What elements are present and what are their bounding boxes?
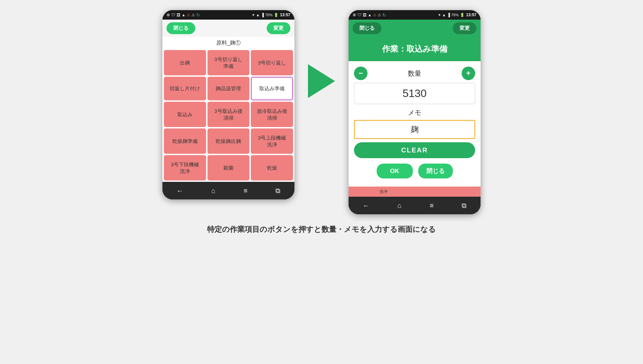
dialog-body: − 数量 + 5130 メモ CLEAR OK 閉じる <box>349 61 481 187</box>
warning2-icon-2: ⚠ <box>378 13 381 17</box>
wifi-icon-2: ▲ <box>442 13 446 17</box>
upload-icon: ▲ <box>182 13 185 17</box>
grid-item-7[interactable]: 取込み <box>164 102 206 127</box>
warning2-icon: ⚠ <box>192 13 195 17</box>
quantity-display: 5130 <box>354 83 475 104</box>
dialog-buttons: OK 閉じる <box>354 164 475 178</box>
bluetooth-icon: ✦ <box>252 13 255 17</box>
status-right-1: ✦ ▲ ▐ 76% 🔋 13:57 <box>252 13 290 17</box>
grid-item-10[interactable]: 乾燥麹準備 <box>164 128 206 154</box>
phone-screen2: ⊕ 🛡 🖼 ▲ ⚠ ⚠ ↻ ✦ ▲ ▐ 76% 🔋 13:57 閉じる 変更 <box>349 10 481 214</box>
footer-item-2 <box>446 189 450 195</box>
arrow-container <box>308 64 335 98</box>
status-right-2: ✦ ▲ ▐ 76% 🔋 13:57 <box>438 13 476 17</box>
memo-label: メモ <box>354 108 475 117</box>
grid-item-13[interactable]: 3号下段機械洗浄 <box>164 155 206 180</box>
back-nav-1[interactable]: ← <box>173 186 187 196</box>
warning-icon-2: ⚠ <box>373 13 376 17</box>
bluetooth-icon-2: ✦ <box>438 13 441 17</box>
top-bar-1: 閉じる 変更 <box>162 20 294 37</box>
dialog-footer: 洗浄 <box>349 187 481 197</box>
shield-icon: 🛡 <box>171 13 175 17</box>
wifi-icon: ▲ <box>256 13 260 17</box>
close-button-1[interactable]: 閉じる <box>167 22 195 34</box>
quantity-label: 数量 <box>368 69 462 78</box>
ok-button[interactable]: OK <box>377 164 413 178</box>
minus-button[interactable]: − <box>354 67 368 80</box>
screens-container: ⊕ 🛡 🖼 ▲ ⚠ ⚠ ↻ ✦ ▲ ▐ 76% 🔋 13:57 閉じる 変更 <box>162 10 481 214</box>
bottom-nav-2: ← ⌂ ≡ ⧉ <box>349 197 481 214</box>
time-1: 13:57 <box>280 13 290 17</box>
battery-icon-1: 🔋 <box>274 13 279 17</box>
close-button-2[interactable]: 閉じる <box>353 22 381 34</box>
back-nav-2[interactable]: ← <box>359 200 374 211</box>
quantity-row: − 数量 + <box>354 67 475 80</box>
time-2: 13:57 <box>466 13 476 17</box>
category-title: 原料_麹① <box>162 37 294 49</box>
warning-icon: ⚠ <box>187 13 190 17</box>
status-bar-1: ⊕ 🛡 🖼 ▲ ⚠ ⚠ ↻ ✦ ▲ ▐ 76% 🔋 13:57 <box>162 10 294 20</box>
menu-nav-2[interactable]: ≡ <box>426 200 438 211</box>
grid-item-9[interactable]: 放冷取込み後清掃 <box>251 102 293 127</box>
home-nav-1[interactable]: ⌂ <box>207 186 220 196</box>
signal-icon-2: ▐ <box>447 13 450 17</box>
dialog-close-button[interactable]: 閉じる <box>418 164 453 178</box>
copy-nav-2[interactable]: ⧉ <box>458 200 470 211</box>
home-nav-2[interactable]: ⌂ <box>394 200 406 211</box>
signal-icon: ▐ <box>261 13 264 17</box>
change-button-2[interactable]: 変更 <box>453 22 476 34</box>
grid-item-15[interactable]: 乾燥 <box>251 155 293 180</box>
upload-icon-2: ▲ <box>368 13 372 17</box>
dialog-title: 作業：取込み準備 <box>355 44 474 54</box>
grid-item-4[interactable]: 切返し片付け <box>164 77 206 100</box>
grid-container: 出麹 3号切り返し準備 3号切り返し 切返し片付け 麹品温管理 取込み準備 取込… <box>162 49 294 182</box>
grid-item-2[interactable]: 3号切り返し準備 <box>207 50 250 75</box>
caption: 特定の作業項目のボタンを押すと数量・メモを入力する画面になる <box>207 224 436 235</box>
grid-item-11[interactable]: 乾燥麹出麹 <box>207 128 250 154</box>
status-bar-2: ⊕ 🛡 🖼 ▲ ⚠ ⚠ ↻ ✦ ▲ ▐ 76% 🔋 13:57 <box>349 10 481 20</box>
grid-item-6[interactable]: 取込み準備 <box>251 77 293 100</box>
status-left-1: ⊕ 🛡 🖼 ▲ ⚠ ⚠ ↻ <box>167 13 200 18</box>
bottom-nav-1: ← ⌂ ≡ ⧉ <box>162 182 294 199</box>
grid-item-8[interactable]: 3号取込み後清掃 <box>207 102 250 127</box>
grid-item-12[interactable]: 3号上段機械洗浄 <box>251 128 293 154</box>
shield-icon-2: 🛡 <box>357 13 361 17</box>
grid-item-5[interactable]: 麹品温管理 <box>207 77 250 100</box>
battery-percent-1: 76% <box>265 13 272 17</box>
plus-button[interactable]: + <box>462 67 475 80</box>
battery-icon-2: 🔋 <box>460 13 465 17</box>
image-icon: 🖼 <box>177 13 180 17</box>
battery-percent-2: 76% <box>451 13 459 17</box>
refresh-icon-2: ↻ <box>382 13 386 18</box>
memo-input[interactable] <box>354 120 475 139</box>
dialog-header: 作業：取込み準備 <box>349 37 481 61</box>
arrow-right-icon <box>308 64 335 98</box>
phone-screen1: ⊕ 🛡 🖼 ▲ ⚠ ⚠ ↻ ✦ ▲ ▐ 76% 🔋 13:57 閉じる 変更 <box>162 10 294 199</box>
change-button-1[interactable]: 変更 <box>267 22 290 34</box>
top-bar-2: 閉じる 変更 <box>349 20 481 37</box>
status-left-2: ⊕ 🛡 🖼 ▲ ⚠ ⚠ ↻ <box>353 13 386 18</box>
copy-nav-1[interactable]: ⧉ <box>271 186 284 196</box>
add-icon: ⊕ <box>167 13 170 17</box>
menu-nav-1[interactable]: ≡ <box>240 186 252 196</box>
grid-item-3[interactable]: 3号切り返し <box>251 50 293 75</box>
footer-item-1: 洗浄 <box>379 189 387 195</box>
refresh-icon: ↻ <box>196 13 200 18</box>
grid-item-1[interactable]: 出麹 <box>164 50 206 75</box>
grid-item-14[interactable]: 殺菌 <box>207 155 250 180</box>
image-icon-2: 🖼 <box>363 13 367 17</box>
clear-button[interactable]: CLEAR <box>354 142 475 158</box>
add-icon-2: ⊕ <box>353 13 356 17</box>
